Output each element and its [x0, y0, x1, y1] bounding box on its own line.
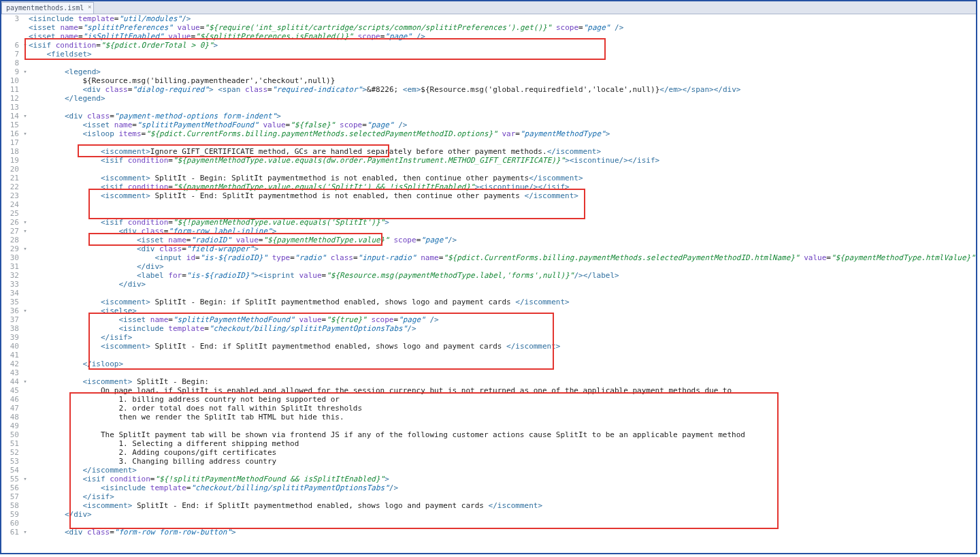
code-editor[interactable]: 3<isinclude template="util/modules"/> <i… — [1, 14, 976, 537]
code-line[interactable]: 33 </div> — [1, 280, 976, 289]
code-line[interactable]: 57 </isif> — [1, 492, 976, 501]
code-line[interactable]: 48 then we render the SplitIt tab HTML b… — [1, 413, 976, 421]
code-text[interactable]: <iscomment> SplitIt - End: SplitIt payme… — [29, 191, 976, 200]
fold-icon[interactable]: ▾ — [22, 41, 29, 50]
code-line[interactable]: 40 <iscomment> SplitIt - End: if SplitIt… — [1, 342, 976, 351]
code-text[interactable]: </div> — [29, 280, 976, 289]
code-line[interactable]: 27▾ <div class="form-row label-inline"> — [1, 227, 976, 236]
code-line[interactable]: 7 <fieldset> — [1, 50, 976, 59]
fold-icon[interactable]: ▾ — [22, 129, 29, 138]
code-line[interactable]: 55▾ <isif condition="${!splititPaymentMe… — [1, 475, 976, 483]
code-line[interactable]: 6▾<isif condition="${pdict.OrderTotal > … — [1, 41, 976, 50]
code-line[interactable]: 58 <iscomment> SplitIt - End: if SplitIt… — [1, 501, 976, 510]
code-text[interactable]: 3. Changing billing address country — [29, 457, 976, 466]
code-text[interactable]: <isif condition="${!splititPaymentMethod… — [29, 475, 976, 483]
code-text[interactable]: 1. Selecting a different shipping method — [29, 439, 976, 448]
code-text[interactable]: <isset name="isSplitItEnabled" value="${… — [29, 32, 976, 41]
code-text[interactable]: </isif> — [29, 492, 976, 501]
code-line[interactable]: 50 The SplitIt payment tab will be shown… — [1, 430, 976, 439]
code-line[interactable]: 35 <iscomment> SplitIt - Begin: if Split… — [1, 298, 976, 306]
code-line[interactable]: 45 On page load, if SplitIt is enabled a… — [1, 386, 976, 395]
code-text[interactable]: <fieldset> — [29, 50, 976, 59]
code-line[interactable]: 19 <isif condition="${paymentMethodType.… — [1, 156, 976, 165]
code-line[interactable]: 3<isinclude template="util/modules"/> — [1, 14, 976, 23]
code-line[interactable]: 24 — [1, 200, 976, 209]
fold-icon[interactable]: ▾ — [22, 528, 29, 537]
code-line[interactable]: 30 <input id="is-${radioID}" type="radio… — [1, 253, 976, 262]
code-line[interactable]: 12 </legend> — [1, 94, 976, 103]
code-text[interactable]: <isif condition="${!paymentMethodType.va… — [29, 218, 976, 227]
code-text[interactable]: <div class="field-wrapper"> — [29, 244, 976, 253]
code-text[interactable]: <iscomment> SplitIt - Begin: if SplitIt … — [29, 298, 976, 306]
code-line[interactable]: 20 — [1, 165, 976, 174]
code-line[interactable]: 53 3. Changing billing address country — [1, 457, 976, 466]
code-line[interactable]: 10 ${Resource.msg('billing.paymentheader… — [1, 76, 976, 85]
code-line[interactable]: 16▾ <isloop items="${pdict.CurrentForms.… — [1, 129, 976, 138]
code-line[interactable]: 42 </isloop> — [1, 360, 976, 368]
code-text[interactable]: 1. billing address country not being sup… — [29, 395, 976, 404]
code-text[interactable]: </div> — [29, 262, 976, 271]
code-text[interactable]: <isif condition="${paymentMethodType.val… — [29, 182, 976, 191]
code-line[interactable]: 56 <isinclude template="checkout/billing… — [1, 483, 976, 492]
code-text[interactable]: <iscomment> SplitIt - Begin: SplitIt pay… — [29, 174, 976, 182]
code-text[interactable]: On page load, if SplitIt is enabled and … — [29, 386, 976, 395]
close-icon[interactable]: × — [88, 3, 91, 10]
code-text[interactable]: <legend> — [29, 67, 976, 76]
code-text[interactable]: </isloop> — [29, 360, 976, 368]
code-line[interactable]: 9▾ <legend> — [1, 67, 976, 76]
code-text[interactable]: <div class="payment-method-options form-… — [29, 112, 976, 121]
fold-icon[interactable]: ▾ — [22, 377, 29, 386]
code-text[interactable]: <isset name="splititPaymentMethodFound" … — [29, 121, 976, 129]
code-line[interactable]: 52 2. Adding coupons/gift certificates — [1, 448, 976, 457]
fold-icon[interactable]: ▾ — [22, 244, 29, 253]
code-line[interactable]: 26▾ <isif condition="${!paymentMethodTyp… — [1, 218, 976, 227]
code-line[interactable]: <isset name="splititPreferences" value="… — [1, 23, 976, 32]
code-line[interactable]: 61▾ <div class="form-row form-row-button… — [1, 528, 976, 537]
code-line[interactable]: 25 — [1, 209, 976, 218]
code-line[interactable]: 34 — [1, 289, 976, 298]
code-text[interactable]: 2. order total does not fall within Spli… — [29, 404, 976, 413]
code-line[interactable]: 29▾ <div class="field-wrapper"> — [1, 244, 976, 253]
fold-icon[interactable]: ▾ — [22, 67, 29, 76]
code-text[interactable]: <div class="form-row label-inline"> — [29, 227, 976, 236]
code-line[interactable]: <isset name="isSplitItEnabled" value="${… — [1, 32, 976, 41]
fold-icon[interactable]: ▾ — [22, 112, 29, 121]
code-line[interactable]: 39 </isif> — [1, 333, 976, 342]
code-text[interactable]: </legend> — [29, 94, 976, 103]
code-text[interactable]: </iscomment> — [29, 466, 976, 475]
code-text[interactable]: <input id="is-${radioID}" type="radio" c… — [29, 253, 977, 262]
code-line[interactable]: 60 — [1, 519, 976, 528]
code-line[interactable]: 47 2. order total does not fall within S… — [1, 404, 976, 413]
code-line[interactable]: 41 — [1, 351, 976, 360]
code-line[interactable]: 37 <isset name="splititPaymentMethodFoun… — [1, 315, 976, 324]
code-line[interactable]: 11 <div class="dialog-required"> <span c… — [1, 85, 976, 94]
fold-icon[interactable]: ▾ — [22, 306, 29, 315]
code-text[interactable]: <isset name="radioID" value="${paymentMe… — [29, 236, 976, 244]
code-text[interactable]: <isinclude template="checkout/billing/sp… — [29, 483, 976, 492]
code-text[interactable]: <label for="is-${radioID}"><isprint valu… — [29, 271, 976, 280]
code-line[interactable]: 23 <iscomment> SplitIt - End: SplitIt pa… — [1, 191, 976, 200]
code-text[interactable]: <iscomment>Ignore GIFT_CERTIFICATE metho… — [29, 147, 976, 156]
code-text[interactable]: 2. Adding coupons/gift certificates — [29, 448, 976, 457]
code-text[interactable]: <isinclude template="util/modules"/> — [29, 14, 976, 23]
code-text[interactable]: The SplitIt payment tab will be shown vi… — [29, 430, 976, 439]
code-line[interactable]: 51 1. Selecting a different shipping met… — [1, 439, 976, 448]
code-line[interactable]: 13 — [1, 103, 976, 112]
code-text[interactable]: <isset name="splititPaymentMethodFound" … — [29, 315, 976, 324]
code-line[interactable]: 38 <isinclude template="checkout/billing… — [1, 324, 976, 333]
code-text[interactable]: ${Resource.msg('billing.paymentheader','… — [29, 76, 976, 85]
code-line[interactable]: 44▾ <iscomment> SplitIt - Begin: — [1, 377, 976, 386]
code-text[interactable]: </isif> — [29, 333, 976, 342]
code-text[interactable]: <iselse> — [29, 306, 976, 315]
code-text[interactable]: <isloop items="${pdict.CurrentForms.bill… — [29, 129, 976, 138]
code-text[interactable]: <isset name="splititPreferences" value="… — [29, 23, 976, 32]
fold-icon[interactable]: ▾ — [22, 218, 29, 227]
code-text[interactable]: </div> — [29, 510, 976, 519]
code-text[interactable]: then we render the SplitIt tab HTML but … — [29, 413, 976, 421]
code-line[interactable]: 43 — [1, 368, 976, 377]
code-line[interactable]: 22 <isif condition="${paymentMethodType.… — [1, 182, 976, 191]
code-line[interactable]: 14▾ <div class="payment-method-options f… — [1, 112, 976, 121]
file-tab[interactable]: paymentmethods.isml × — [1, 2, 94, 14]
code-line[interactable]: 28 <isset name="radioID" value="${paymen… — [1, 236, 976, 244]
code-line[interactable]: 49 — [1, 421, 976, 430]
